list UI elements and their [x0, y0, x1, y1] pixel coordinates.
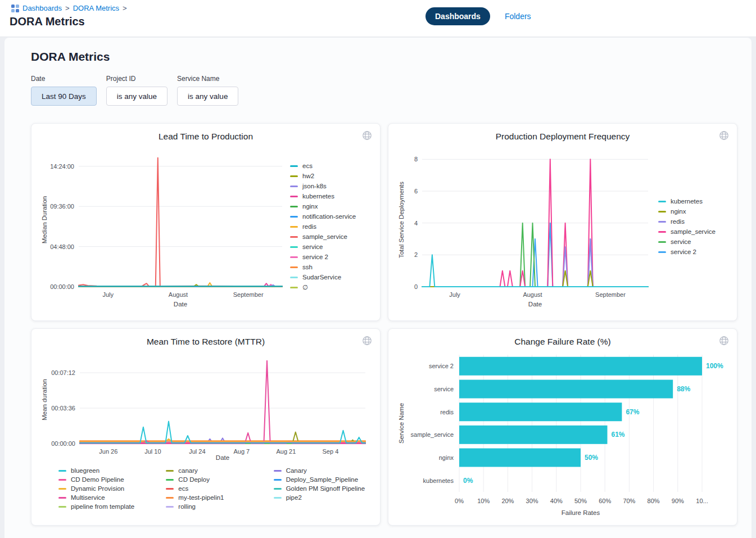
legend-item[interactable]: rolling — [166, 502, 264, 511]
svg-text:40%: 40% — [550, 498, 563, 504]
legend-item[interactable]: sample_service — [658, 228, 716, 236]
legend-label: Deploy_Sample_Pipeline — [286, 475, 359, 484]
svg-text:Total Service Deployments: Total Service Deployments — [398, 182, 405, 258]
svg-text:04:48:00: 04:48:00 — [50, 243, 74, 250]
filter-service-name-label: Service Name — [177, 75, 238, 83]
tab-folders[interactable]: Folders — [505, 12, 531, 21]
legend-swatch — [658, 251, 666, 253]
svg-text:14:24:00: 14:24:00 — [50, 163, 74, 170]
filter-project-id-label: Project ID — [106, 75, 168, 83]
legend-item[interactable]: kubernetes — [290, 192, 356, 201]
breadcrumb-dora-metrics[interactable]: DORA Metrics — [73, 4, 119, 12]
svg-text:6: 6 — [414, 188, 418, 195]
svg-text:kubernetes: kubernetes — [423, 477, 454, 484]
legend-item[interactable]: redis — [290, 223, 356, 231]
svg-text:Aug 21: Aug 21 — [276, 448, 296, 455]
filter-service-name-value[interactable]: is any value — [177, 87, 238, 106]
legend: ecshw2json-k8skubernetesnginxnotificatio… — [287, 162, 356, 292]
legend-item[interactable]: Multiservice — [58, 493, 157, 502]
svg-text:0: 0 — [414, 283, 418, 290]
svg-text:Date: Date — [174, 301, 187, 308]
legend-item[interactable]: Deploy_Sample_Pipeline — [274, 475, 372, 484]
globe-icon[interactable] — [362, 336, 372, 348]
svg-text:10%: 10% — [477, 498, 490, 504]
svg-text:July: July — [103, 291, 114, 298]
legend-label: canary — [178, 466, 198, 475]
svg-text:30%: 30% — [526, 498, 538, 504]
legend-item[interactable]: bluegreen — [58, 466, 157, 475]
legend-swatch — [290, 216, 298, 218]
legend-item[interactable]: service 2 — [658, 248, 716, 256]
legend-item[interactable]: my-test-pipelin1 — [166, 493, 264, 502]
legend-swatch — [658, 241, 666, 243]
legend-item[interactable]: json-k8s — [290, 182, 356, 191]
svg-text:100%: 100% — [706, 362, 723, 370]
legend-item[interactable]: service — [290, 243, 356, 251]
bar-chart: 0%10%20%30%40%50%60%70%80%90%10...servic… — [396, 349, 728, 518]
legend-swatch — [274, 488, 282, 490]
svg-text:Service Name: Service Name — [398, 403, 405, 444]
filter-project-id: Project ID is any value — [106, 75, 168, 106]
legend-item[interactable]: ecs — [290, 162, 356, 170]
legend-item[interactable]: nginx — [290, 202, 356, 211]
legend-swatch — [290, 206, 298, 207]
legend-label: Golden PM Signoff Pipeline — [286, 484, 365, 493]
legend-item[interactable]: pipeline from template — [58, 502, 157, 511]
legend-item[interactable]: pipe2 — [274, 493, 372, 502]
legend-item[interactable]: sample_service — [290, 233, 356, 241]
legend-swatch — [274, 479, 282, 481]
legend-item[interactable]: service — [658, 238, 716, 246]
line-chart: 00:00:0004:48:0009:36:0014:24:00JulyAugu… — [39, 144, 287, 309]
breadcrumb-separator: > — [123, 4, 127, 12]
breadcrumb-separator: > — [65, 4, 70, 12]
legend-item[interactable]: nginx — [658, 207, 716, 216]
globe-icon[interactable] — [719, 336, 729, 348]
legend-item[interactable]: service 2 — [290, 253, 356, 261]
legend-label: nginx — [302, 202, 318, 211]
legend-item[interactable]: notification-service — [290, 213, 356, 221]
svg-text:00:07:12: 00:07:12 — [51, 369, 75, 376]
legend: bluegreenCD Demo PipelineDynamic Provisi… — [39, 466, 372, 511]
globe-icon[interactable] — [719, 130, 729, 143]
legend-swatch — [290, 175, 298, 177]
svg-text:nginx: nginx — [439, 454, 454, 461]
filter-project-id-value[interactable]: is any value — [106, 87, 168, 106]
breadcrumb-dashboards[interactable]: Dashboards — [22, 4, 62, 12]
legend-label: redis — [671, 218, 685, 226]
legend-item[interactable]: ecs — [166, 484, 264, 493]
legend-label: service — [302, 243, 323, 251]
legend-item[interactable]: redis — [658, 218, 716, 226]
legend-item[interactable]: Golden PM Signoff Pipeline — [274, 484, 372, 493]
svg-text:10...: 10... — [696, 498, 708, 504]
legend-label: SudarService — [302, 273, 341, 282]
legend-item[interactable]: Dynamic Provision — [58, 484, 157, 493]
svg-text:sample_service: sample_service — [411, 431, 454, 438]
filter-date-value[interactable]: Last 90 Days — [31, 87, 97, 106]
globe-icon[interactable] — [362, 130, 372, 143]
legend-item[interactable]: kubernetes — [658, 197, 716, 206]
legend-item[interactable]: ssh — [290, 263, 356, 272]
svg-text:09:36:00: 09:36:00 — [50, 203, 74, 210]
legend-swatch — [290, 287, 298, 288]
legend-item[interactable]: CD Deploy — [166, 475, 264, 484]
tab-dashboards[interactable]: Dashboards — [425, 7, 490, 25]
svg-text:Failure Rates: Failure Rates — [562, 509, 600, 516]
legend-label: sample_service — [671, 228, 716, 236]
svg-text:August: August — [523, 291, 542, 298]
legend-label: nginx — [671, 207, 686, 216]
legend-item[interactable]: Canary — [274, 466, 372, 475]
svg-text:Mean duration: Mean duration — [41, 379, 48, 421]
legend-label: CD Deploy — [178, 475, 210, 484]
legend-item[interactable]: ∅ — [290, 283, 356, 292]
legend-swatch — [274, 470, 282, 472]
svg-text:90%: 90% — [672, 498, 684, 504]
legend-swatch — [658, 221, 666, 223]
legend-swatch — [166, 506, 174, 508]
legend-item[interactable]: hw2 — [290, 172, 356, 180]
filter-date: Date Last 90 Days — [31, 75, 97, 106]
legend-label: pipeline from template — [71, 502, 134, 511]
legend-label: Canary — [286, 466, 307, 475]
legend-item[interactable]: CD Demo Pipeline — [58, 475, 157, 484]
legend-item[interactable]: canary — [166, 466, 264, 475]
legend-item[interactable]: SudarService — [290, 273, 356, 282]
